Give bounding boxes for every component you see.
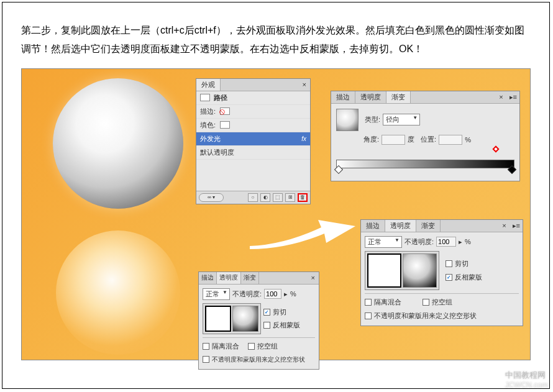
instruction-text: 第二步，复制此圆放在上一层（ctrl+c后ctrl+f），去外观面板取消外发光效… [2,2,549,68]
stroke-tab[interactable]: 描边 [199,272,217,284]
opacity-arrow[interactable]: ▸ [459,238,462,246]
clip-checkbox[interactable] [263,309,270,316]
opacity-label: 不透明度: [404,237,434,247]
transparency-tab[interactable]: 透明度 [217,272,241,284]
gradient-tab[interactable]: 渐变 [416,220,441,232]
appearance-panel: 外观 × 路径 描边: ⦸ 填色: 外发光 fx 默认透明度 [196,78,311,204]
trash-button[interactable]: 🗑 [298,193,308,202]
gradient-panel: 描边 透明度 渐变 × ▸≡ 类型: 径向 角度: 度 位置: % [331,91,520,181]
default-trans-row[interactable]: 默认透明度 [196,146,310,160]
define-opacity-checkbox[interactable] [365,312,372,319]
transparency-tab[interactable]: 透明度 [355,91,386,103]
knockout-checkbox[interactable] [423,299,429,306]
opacity-arrow[interactable]: ▸ [284,290,288,298]
fx-icon: fx [301,135,306,142]
position-input[interactable] [439,135,462,145]
invert-checkbox[interactable] [446,274,452,281]
watermark: 中国教程网 JCWCN.com [505,370,548,390]
gradient-midpoint[interactable] [492,145,499,152]
footer-btn-2[interactable]: ◐ [260,193,270,202]
fx-dropdown-button[interactable]: ∞ ▾ [199,193,224,202]
percent-label: % [465,136,471,144]
menu-icon[interactable]: ▸≡ [510,222,523,230]
thumbnail-container [203,303,261,334]
angle-input[interactable] [382,135,405,145]
appearance-tab[interactable]: 外观 [196,79,221,91]
invert-checkbox[interactable] [263,322,270,329]
define-opacity-checkbox[interactable] [203,356,209,363]
close-icon[interactable]: × [299,81,310,88]
isolate-checkbox[interactable] [203,343,209,350]
close-icon[interactable]: × [498,222,510,229]
artwork-thumb[interactable] [367,253,401,288]
degree-label: 度 [408,135,414,144]
close-icon[interactable]: × [308,274,319,281]
outer-glow-row[interactable]: 外发光 fx [196,132,310,146]
gray-sphere [53,78,183,209]
gradient-slider[interactable] [336,160,514,168]
stroke-tab[interactable]: 描边 [361,220,385,232]
clip-checkbox[interactable] [446,260,452,267]
menu-icon[interactable]: ▸≡ [507,93,519,101]
stroke-row[interactable]: 描边: ⦸ [196,105,310,119]
pos-label: 位置: [421,135,436,144]
new-button[interactable]: ⊞ [285,193,295,202]
transparency-panel-large: 描边 透明度 渐变 × ▸≡ 正常 不透明度: ▸ % [360,219,523,326]
percent-label: % [290,290,296,298]
orange-sphere [56,230,180,355]
canvas: 外观 × 路径 描边: ⦸ 填色: 外发光 fx 默认透明度 [21,68,531,360]
mask-thumb[interactable] [232,306,258,332]
opacity-input[interactable] [264,289,281,299]
blend-mode-select[interactable]: 正常 [365,236,402,248]
gradient-preview[interactable] [336,109,359,131]
percent-label: % [465,238,471,245]
gradient-tab[interactable]: 渐变 [241,272,259,284]
path-row[interactable]: 路径 [196,91,310,105]
artwork-thumb[interactable] [205,306,231,332]
footer-btn-1[interactable]: ○ [248,193,258,202]
footer-btn-3[interactable]: ⬚ [273,193,283,202]
gradient-tab[interactable]: 渐变 [386,91,411,103]
close-icon[interactable]: × [495,93,506,101]
knockout-checkbox[interactable] [248,343,255,350]
isolate-checkbox[interactable] [365,299,372,306]
arrow-icon [247,215,359,252]
opacity-input[interactable] [436,237,456,247]
opacity-label: 不透明度: [232,289,262,299]
thumbnail-container [365,251,439,290]
transparency-tab[interactable]: 透明度 [385,220,416,232]
type-label: 类型: [365,115,380,124]
blend-mode-select[interactable]: 正常 [203,288,230,300]
fill-row[interactable]: 填色: [196,119,310,132]
transparency-panel-small: 描边 透明度 渐变 × 正常 不透明度: ▸ % [198,271,319,370]
angle-label: 角度: [363,135,379,144]
stroke-tab[interactable]: 描边 [331,91,355,103]
panel-footer: ∞ ▾ ○ ◐ ⬚ ⊞ 🗑 [196,191,310,204]
type-select[interactable]: 径向 [383,114,420,125]
mask-thumb[interactable] [403,253,437,288]
